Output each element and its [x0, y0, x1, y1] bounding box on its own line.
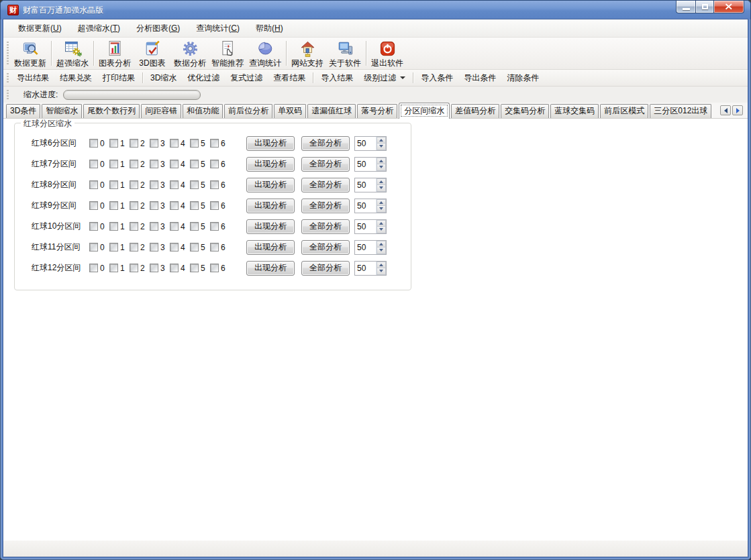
- maximize-button[interactable]: [695, 1, 714, 13]
- appear-analysis-button[interactable]: 出现分析: [246, 199, 295, 213]
- checkbox-option-3[interactable]: 3: [150, 201, 170, 211]
- toolbar2-compound-filter[interactable]: 复式过滤: [225, 70, 268, 86]
- appear-analysis-button[interactable]: 出现分析: [246, 219, 295, 234]
- checkbox-option-6[interactable]: 6: [210, 180, 230, 190]
- checkbox-option-1[interactable]: 1: [109, 139, 130, 148]
- menu-help[interactable]: 帮助(H): [248, 20, 291, 37]
- checkbox-option-5[interactable]: 5: [190, 180, 210, 190]
- spinner-up-button[interactable]: [377, 178, 386, 186]
- checkbox-option-4[interactable]: 4: [170, 243, 190, 252]
- tab-gap-tolerance[interactable]: 间距容错: [141, 104, 181, 118]
- toolbar-button-data-analysis[interactable]: 数据分析: [171, 38, 209, 68]
- all-analysis-button[interactable]: 全部分析: [301, 157, 350, 172]
- spinner-down-button[interactable]: [377, 185, 386, 192]
- checkbox-option-4[interactable]: 4: [170, 139, 190, 148]
- toolbar2-export-results[interactable]: 导出结果: [11, 70, 54, 86]
- all-analysis-button[interactable]: 全部分析: [301, 178, 350, 192]
- close-button[interactable]: [714, 1, 744, 13]
- toolbar2-check-prizes[interactable]: 结果兑奖: [54, 70, 97, 86]
- checkbox-option-1[interactable]: 1: [109, 222, 130, 231]
- toolbar2-3d-shrink[interactable]: 3D缩水: [145, 70, 182, 86]
- tab-scroll-right-button[interactable]: [732, 105, 743, 115]
- tab-sum-function[interactable]: 和值功能: [183, 104, 223, 118]
- checkbox-option-5[interactable]: 5: [190, 243, 210, 252]
- checkbox-option-2[interactable]: 2: [130, 201, 150, 211]
- checkbox-option-4[interactable]: 4: [170, 264, 190, 273]
- checkbox-option-2[interactable]: 2: [130, 222, 150, 231]
- minimize-button[interactable]: [676, 1, 695, 13]
- checkbox-option-3[interactable]: 3: [150, 264, 170, 273]
- tab-intersect-code-analysis[interactable]: 交集码分析: [501, 104, 549, 118]
- spinner-up-button[interactable]: [377, 220, 386, 227]
- all-analysis-button[interactable]: 全部分析: [301, 199, 350, 213]
- count-spinner[interactable]: 50: [354, 136, 387, 151]
- tab-front-back-analysis[interactable]: 前后位分析: [224, 104, 272, 118]
- toolbar2-level-filter-dropdown[interactable]: 级别过滤: [358, 70, 411, 86]
- checkbox-option-6[interactable]: 6: [210, 222, 230, 231]
- checkbox-option-5[interactable]: 5: [190, 139, 210, 148]
- checkbox-option-0[interactable]: 0: [89, 264, 109, 273]
- count-spinner[interactable]: 50: [354, 240, 387, 255]
- toolbar2-optimize-filter[interactable]: 优化过滤: [182, 70, 225, 86]
- checkbox-option-0[interactable]: 0: [89, 201, 109, 211]
- tab-front-back-mode[interactable]: 前后区模式: [600, 104, 648, 118]
- checkbox-option-1[interactable]: 1: [109, 243, 130, 252]
- checkbox-option-5[interactable]: 5: [190, 264, 210, 273]
- count-spinner[interactable]: 50: [354, 199, 387, 213]
- checkbox-option-1[interactable]: 1: [109, 180, 130, 190]
- toolbar-button-3d-chart[interactable]: 3D图表: [134, 38, 171, 68]
- appear-analysis-button[interactable]: 出现分析: [246, 240, 295, 255]
- tab-odd-even[interactable]: 单双码: [274, 104, 306, 118]
- checkbox-option-3[interactable]: 3: [150, 222, 170, 231]
- spinner-up-button[interactable]: [377, 158, 386, 165]
- checkbox-option-4[interactable]: 4: [170, 201, 190, 211]
- appear-analysis-button[interactable]: 出现分析: [246, 178, 295, 192]
- menu-query-stats[interactable]: 查询统计(C): [188, 20, 248, 37]
- toolbar-button-chart-analysis[interactable]: 图表分析: [96, 38, 134, 68]
- appear-analysis-button[interactable]: 出现分析: [246, 261, 295, 276]
- checkbox-option-5[interactable]: 5: [190, 222, 210, 231]
- toolbar-button-website-support[interactable]: 网站支持: [289, 38, 326, 68]
- checkbox-option-3[interactable]: 3: [150, 180, 170, 190]
- spinner-down-button[interactable]: [377, 206, 386, 213]
- checkbox-option-1[interactable]: 1: [109, 160, 130, 169]
- tab-tail-count-rowcol[interactable]: 尾数个数行列: [83, 104, 140, 118]
- checkbox-option-2[interactable]: 2: [130, 180, 150, 190]
- checkbox-option-4[interactable]: 4: [170, 160, 190, 169]
- tab-blue-ball-intersect[interactable]: 蓝球交集码: [550, 104, 599, 118]
- toolbar-button-about-software[interactable]: 关于软件: [326, 38, 364, 68]
- toolbar-button-smart-recommend[interactable]: 智能推荐: [209, 38, 246, 68]
- checkbox-option-6[interactable]: 6: [210, 139, 230, 148]
- toolbar-button-exit-software[interactable]: 退出软件: [368, 38, 406, 68]
- spinner-down-button[interactable]: [377, 144, 386, 150]
- all-analysis-button[interactable]: 全部分析: [301, 136, 350, 151]
- spinner-down-button[interactable]: [377, 268, 386, 275]
- checkbox-option-2[interactable]: 2: [130, 264, 150, 273]
- checkbox-option-6[interactable]: 6: [210, 160, 230, 169]
- menu-data-update[interactable]: 数据更新(U): [10, 20, 70, 37]
- toolbar2-import-results[interactable]: 导入结果: [315, 70, 358, 86]
- checkbox-option-2[interactable]: 2: [130, 243, 150, 252]
- toolbar-button-data-update[interactable]: 数据更新: [11, 38, 49, 68]
- checkbox-option-4[interactable]: 4: [170, 180, 190, 190]
- toolbar2-print-results[interactable]: 打印结果: [97, 70, 140, 86]
- checkbox-option-2[interactable]: 2: [130, 139, 150, 148]
- toolbar2-clear-conditions[interactable]: 清除条件: [501, 70, 544, 86]
- checkbox-option-3[interactable]: 3: [150, 160, 170, 169]
- menu-analysis-charts[interactable]: 分析图表(G): [128, 20, 188, 37]
- checkbox-option-5[interactable]: 5: [190, 201, 210, 211]
- toolbar2-view-results[interactable]: 查看结果: [268, 70, 311, 86]
- tab-partition-shrink[interactable]: 分区间缩水: [399, 103, 450, 119]
- tab-three-zone-012[interactable]: 三分区012出球: [650, 104, 711, 118]
- checkbox-option-3[interactable]: 3: [150, 243, 170, 252]
- tab-scroll-left-button[interactable]: [720, 105, 731, 115]
- checkbox-option-3[interactable]: 3: [150, 139, 170, 148]
- checkbox-option-0[interactable]: 0: [89, 243, 109, 252]
- all-analysis-button[interactable]: 全部分析: [301, 219, 350, 234]
- count-spinner[interactable]: 50: [354, 219, 387, 234]
- count-spinner[interactable]: 50: [354, 157, 387, 172]
- spinner-up-button[interactable]: [377, 199, 386, 207]
- spinner-up-button[interactable]: [377, 241, 386, 248]
- toolbar2-export-conditions[interactable]: 导出条件: [458, 70, 501, 86]
- all-analysis-button[interactable]: 全部分析: [301, 261, 350, 276]
